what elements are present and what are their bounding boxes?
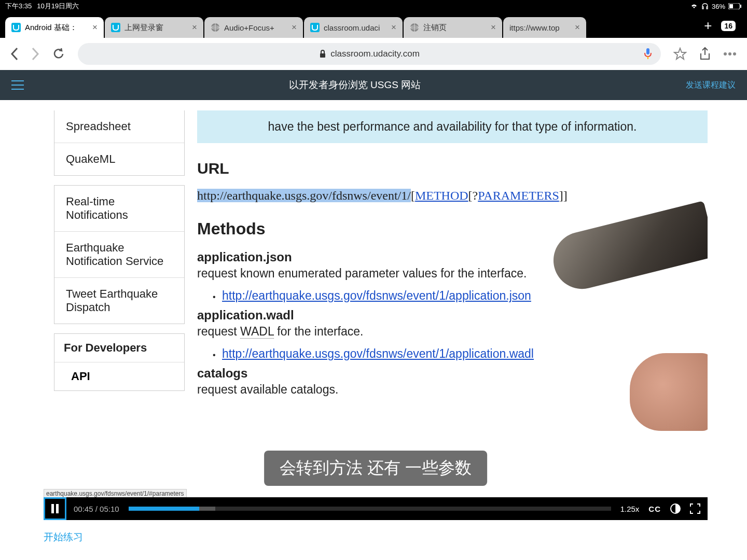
- share-button[interactable]: [699, 47, 711, 61]
- method-json-link[interactable]: http://earthquake.usgs.gov/fdsnws/event/…: [222, 289, 531, 303]
- pause-button[interactable]: [44, 497, 66, 520]
- tab-title: 上网登录窗: [125, 23, 188, 33]
- svg-point-15: [733, 52, 736, 55]
- svg-rect-11: [646, 48, 649, 54]
- svg-rect-1: [729, 4, 733, 8]
- sidebar-item-api[interactable]: API: [54, 362, 184, 390]
- battery-icon: [728, 3, 742, 9]
- close-icon[interactable]: ×: [491, 22, 496, 33]
- udacity-icon: [11, 23, 21, 32]
- udacity-icon: [111, 23, 120, 32]
- video-frame: Spreadsheet QuakeML Real-time Notificati…: [44, 110, 708, 505]
- ipad-status-bar: 下午3:35 10月19日周六 36%: [0, 0, 747, 12]
- tab-audio[interactable]: Audio+Focus+ ×: [204, 17, 303, 38]
- tab-login[interactable]: 上网登录窗 ×: [105, 17, 203, 38]
- sidebar-item-realtime[interactable]: Real-time Notifications: [54, 186, 184, 231]
- sidebar-item-ens[interactable]: Earthquake Notification Service: [54, 231, 184, 277]
- tab-title: Android 基础：: [25, 23, 88, 33]
- udacity-icon: [310, 23, 320, 32]
- hand-finger: [630, 353, 708, 431]
- tab-title: ittps://www.top: [509, 23, 571, 32]
- method-wadl-desc: request WADL for the interface.: [197, 325, 708, 339]
- tab-title: classroom.udaci: [324, 23, 387, 32]
- pause-icon: [51, 504, 59, 513]
- new-tab-button[interactable]: +: [704, 18, 712, 34]
- sidebar-item-spreadsheet[interactable]: Spreadsheet: [54, 110, 184, 143]
- tab-https[interactable]: ittps://www.top ×: [503, 17, 586, 38]
- doc-sidebar: Spreadsheet QuakeML Real-time Notificati…: [54, 110, 185, 400]
- url-method-link[interactable]: METHOD: [415, 189, 468, 202]
- status-time: 下午3:35: [5, 2, 32, 11]
- status-date: 10月19日周六: [37, 2, 79, 11]
- svg-rect-2: [740, 5, 741, 8]
- url-bar[interactable]: classroom.udacity.com: [78, 43, 661, 65]
- lock-icon: [319, 50, 326, 58]
- svg-point-13: [724, 52, 727, 55]
- contrast-button[interactable]: [670, 503, 681, 514]
- fullscreen-button[interactable]: [690, 503, 700, 514]
- svg-point-14: [728, 52, 731, 55]
- reload-button[interactable]: [52, 47, 65, 61]
- progress-played: [129, 507, 200, 511]
- sidebar-heading-developers: For Developers: [54, 334, 184, 362]
- svg-rect-3: [11, 23, 21, 32]
- close-icon[interactable]: ×: [391, 22, 396, 33]
- browser-tab-bar: Android 基础： × 上网登录窗 × Audio+Focus+ × cla…: [0, 12, 747, 38]
- time-display: 00:45 / 05:10: [74, 505, 119, 513]
- back-button[interactable]: [10, 47, 19, 61]
- tab-title: Audio+Focus+: [224, 23, 287, 32]
- lesson-header: 以开发者身份浏览 USGS 网站 发送课程建议: [0, 70, 747, 100]
- tab-android[interactable]: Android 基础： ×: [5, 17, 104, 38]
- tab-title: 注销页: [423, 23, 487, 33]
- method-wadl-title: application.wadl: [197, 308, 708, 323]
- video-subtitle: 会转到方法 还有 一些参数: [264, 451, 487, 486]
- video-player-bar: 00:45 / 05:10 1.25x CC: [44, 497, 708, 520]
- more-button[interactable]: [723, 52, 737, 56]
- svg-rect-7: [310, 23, 320, 32]
- tab-counter[interactable]: 16: [721, 21, 736, 31]
- method-wadl-link[interactable]: http://earthquake.usgs.gov/fdsnws/event/…: [222, 347, 534, 361]
- feedback-link[interactable]: 发送课程建议: [686, 80, 736, 91]
- captions-button[interactable]: CC: [648, 505, 661, 513]
- mic-icon[interactable]: [643, 48, 653, 60]
- close-icon[interactable]: ×: [292, 22, 297, 33]
- lesson-title: 以开发者身份浏览 USGS 网站: [24, 78, 686, 92]
- start-practice-link[interactable]: 开始练习: [44, 530, 83, 544]
- tab-classroom[interactable]: classroom.udaci ×: [304, 17, 403, 38]
- url-base: http://earthquake.usgs.gov/fdsnws/event/…: [197, 189, 411, 202]
- sidebar-item-quakeml[interactable]: QuakeML: [54, 143, 184, 175]
- forward-button[interactable]: [31, 47, 39, 61]
- svg-rect-4: [111, 23, 120, 32]
- url-pattern: http://earthquake.usgs.gov/fdsnws/event/…: [197, 189, 708, 203]
- info-box: have the best performance and availabili…: [197, 110, 708, 143]
- url-params-link[interactable]: PARAMETERS: [478, 189, 559, 202]
- progress-bar[interactable]: [129, 507, 611, 511]
- close-icon[interactable]: ×: [575, 22, 580, 33]
- url-text: classroom.udacity.com: [330, 49, 420, 59]
- bookmark-button[interactable]: [673, 47, 687, 61]
- content-area: Spreadsheet QuakeML Real-time Notificati…: [0, 100, 747, 560]
- url-heading: URL: [197, 160, 708, 177]
- tab-logout[interactable]: 注销页 ×: [404, 17, 502, 38]
- battery-text: 36%: [712, 3, 725, 10]
- browser-nav-bar: classroom.udacity.com: [0, 38, 747, 70]
- globe-icon: [410, 23, 419, 32]
- svg-rect-10: [320, 53, 325, 58]
- globe-icon: [211, 23, 220, 32]
- close-icon[interactable]: ×: [192, 22, 197, 33]
- headphone-icon: [701, 3, 709, 9]
- sidebar-item-tweet[interactable]: Tweet Earthquake Dispatch: [54, 277, 184, 324]
- menu-button[interactable]: [11, 80, 24, 90]
- playback-speed[interactable]: 1.25x: [620, 505, 640, 513]
- wifi-icon: [690, 3, 698, 9]
- close-icon[interactable]: ×: [92, 22, 98, 33]
